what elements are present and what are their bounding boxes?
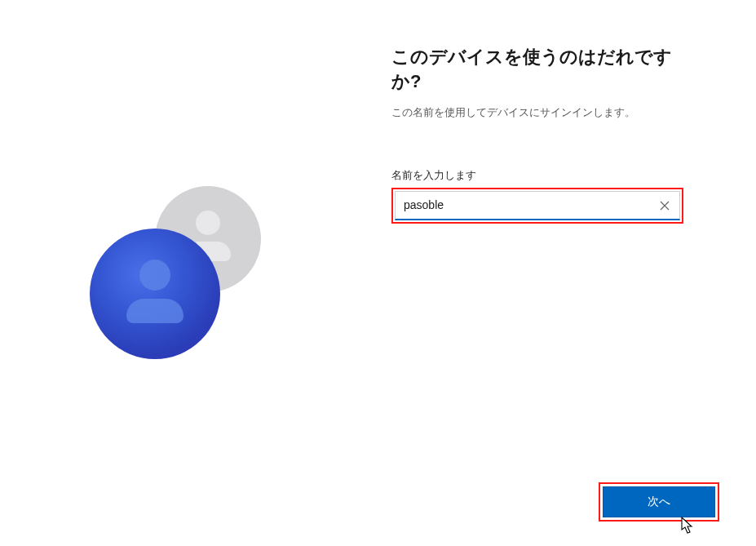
avatar-front-icon bbox=[90, 229, 220, 359]
input-highlight-box bbox=[391, 188, 683, 224]
name-field-label: 名前を入力します bbox=[391, 168, 701, 183]
next-button[interactable]: 次へ bbox=[603, 486, 715, 517]
page-title: このデバイスを使うのはだれですか? bbox=[391, 45, 701, 93]
name-input[interactable] bbox=[395, 191, 680, 220]
close-icon bbox=[660, 201, 670, 211]
button-highlight-box: 次へ bbox=[599, 482, 719, 522]
page-subtitle: この名前を使用してデバイスにサインインします。 bbox=[391, 104, 701, 121]
user-avatar-illustration bbox=[90, 184, 269, 363]
clear-input-button[interactable] bbox=[654, 195, 675, 216]
